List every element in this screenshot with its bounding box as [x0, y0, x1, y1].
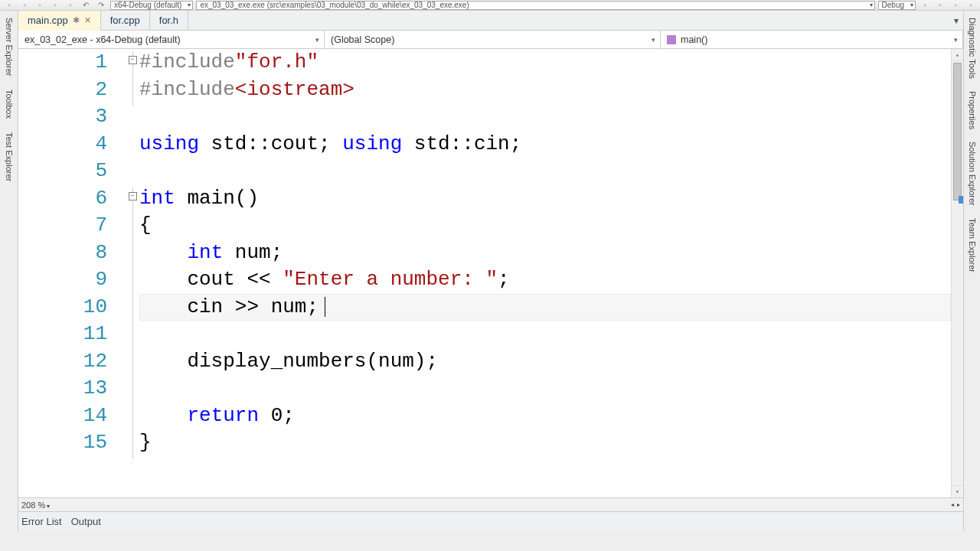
method-icon — [667, 35, 676, 44]
scroll-down-icon[interactable]: ▾ — [952, 485, 963, 497]
redo-icon[interactable]: ↷ — [95, 1, 107, 10]
debug-combo[interactable]: Debug — [878, 1, 916, 10]
doc-tab-label: for.cpp — [110, 15, 140, 26]
close-icon[interactable]: ✕ — [84, 15, 91, 25]
solution-explorer-tab[interactable]: Solution Explorer — [966, 138, 978, 210]
main-area: Server Explorer Toolbox Test Explorer ma… — [0, 11, 980, 531]
tab-overflow-icon[interactable]: ▾ — [949, 11, 963, 30]
tool-icon-2[interactable]: ◦ — [934, 1, 946, 10]
doc-tab-label: main.cpp — [28, 15, 68, 26]
modified-icon: ✱ — [73, 15, 80, 25]
scroll-thumb[interactable] — [953, 63, 962, 201]
tool-icon-4[interactable]: ◦ — [965, 1, 977, 10]
code-area[interactable]: 123456789101112131415 −− #include"for.h"… — [18, 49, 963, 497]
doc-tab-main-cpp[interactable]: main.cpp ✱ ✕ — [18, 11, 101, 31]
open-icon[interactable]: ◦ — [34, 1, 46, 10]
team-explorer-tab[interactable]: Team Explorer — [966, 214, 978, 276]
doc-tab-for-h[interactable]: for.h — [150, 11, 188, 30]
fold-column[interactable]: −− — [126, 49, 139, 497]
line-numbers: 123456789101112131415 — [18, 49, 126, 497]
doc-tab-label: for.h — [159, 15, 178, 26]
change-marker — [959, 196, 963, 204]
output-tab[interactable]: Output — [71, 516, 101, 527]
nav-member-combo[interactable]: main() — [661, 31, 963, 48]
error-list-tab[interactable]: Error List — [21, 516, 62, 527]
doc-tabs: main.cpp ✱ ✕ for.cpp for.h ▾ — [18, 11, 963, 31]
tool-icon-1[interactable]: ◦ — [919, 1, 931, 10]
nav-project-combo[interactable]: ex_03_02_exe - x64-Debug (default) — [18, 31, 325, 48]
editor-column: main.cpp ✱ ✕ for.cpp for.h ▾ ex_03_02_ex… — [18, 11, 963, 531]
nav-scope-combo[interactable]: (Global Scope) — [325, 31, 661, 48]
scroll-h-right-icon[interactable]: ▸ — [957, 501, 960, 508]
scroll-h-left-icon[interactable]: ◂ — [951, 501, 954, 508]
code-lines[interactable]: #include"for.h"#include<iostream>using s… — [139, 49, 951, 497]
bottom-tabs: Error List Output — [18, 511, 963, 531]
right-sidewell: Diagnostic Tools Properties Solution Exp… — [963, 11, 980, 531]
config-combo[interactable]: x64-Debug (default) — [110, 1, 193, 10]
toolbox-tab[interactable]: Toolbox — [3, 86, 15, 122]
target-combo[interactable]: ex_03_03_exe.exe (src\examples\03_module… — [196, 1, 874, 10]
nav-back-icon[interactable]: ◦ — [3, 1, 15, 10]
text-cursor — [325, 297, 325, 317]
zoom-combo[interactable]: 208 % — [21, 500, 50, 510]
tool-icon-3[interactable]: ◦ — [949, 1, 962, 10]
server-explorer-tab[interactable]: Server Explorer — [3, 14, 15, 80]
properties-tab[interactable]: Properties — [966, 87, 978, 133]
new-icon[interactable]: ◦ — [18, 1, 31, 10]
doc-tab-for-cpp[interactable]: for.cpp — [101, 11, 150, 30]
left-sidewell: Server Explorer Toolbox Test Explorer — [0, 11, 18, 531]
nav-member-label: main() — [681, 34, 707, 45]
zoom-bar: 208 % ◂ ▸ — [18, 497, 963, 511]
save-all-icon[interactable]: ◦ — [64, 1, 77, 10]
test-explorer-tab[interactable]: Test Explorer — [3, 129, 15, 185]
top-toolbar: ◦ ◦ ◦ ◦ ◦ ↶ ↷ x64-Debug (default) ex_03_… — [0, 0, 980, 11]
diagnostic-tools-tab[interactable]: Diagnostic Tools — [966, 14, 978, 83]
undo-icon[interactable]: ↶ — [80, 1, 92, 10]
nav-bar: ex_03_02_exe - x64-Debug (default) (Glob… — [18, 31, 963, 49]
vertical-scrollbar[interactable]: ▴ — ▾ — [951, 49, 963, 497]
save-icon[interactable]: ◦ — [49, 1, 61, 10]
